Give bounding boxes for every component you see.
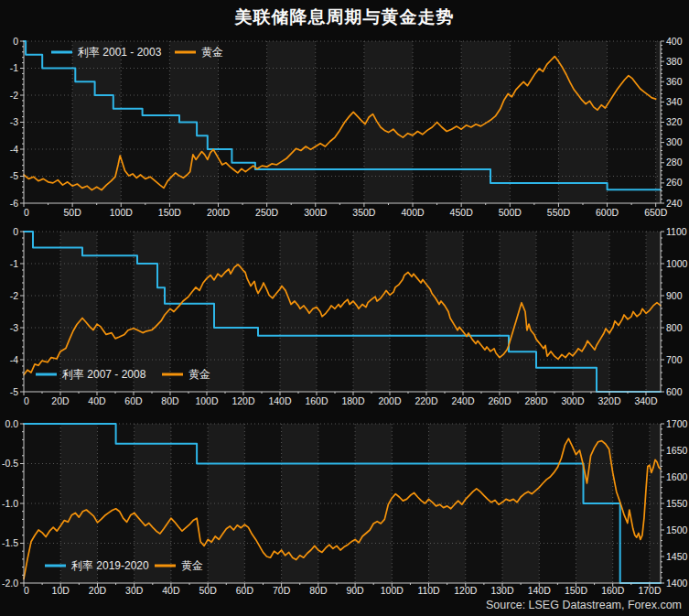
x-tick-label: 280D (524, 395, 548, 406)
x-tick-label: 200D (207, 207, 231, 218)
x-tick-label: 120D (231, 395, 255, 406)
y-left-tick-label: -5 (10, 170, 18, 181)
y-right-tick-label: 1600 (666, 471, 688, 482)
x-tick-label: 650D (644, 207, 668, 218)
x-axis: 010D20D30D40D50D60D70D80D90D100D110D120D… (24, 583, 662, 596)
x-tick-label: 160D (305, 395, 328, 406)
y-right-tick-label: 360 (666, 76, 683, 87)
x-tick-label: 0 (24, 395, 29, 406)
legend-label-rate: 利率 2019-2020 (70, 559, 149, 572)
legend-label-gold: 黄金 (201, 46, 223, 59)
y-left-tick-label: 0 (13, 36, 18, 47)
y-right-tick-label: 340 (666, 96, 683, 107)
x-tick-label: 40D (162, 585, 180, 596)
x-tick-label: 40D (88, 395, 106, 406)
x-tick-label: 170D (638, 585, 662, 596)
x-axis: 050D100D150D200D250D300D350D400D450D500D… (24, 203, 668, 218)
y-right-tick-label: 300 (666, 136, 683, 147)
x-tick-label: 30D (125, 585, 144, 596)
y-right-tick-label: 1100 (666, 226, 687, 237)
x-tick-label: 80D (161, 395, 179, 406)
y-right-tick-label: 1450 (666, 551, 688, 562)
x-tick-label: 60D (236, 585, 254, 596)
panel-2001-2003-chart: 0-1-2-3-4-5-6400380360340320300280260240… (0, 33, 689, 222)
x-tick-label: 400D (401, 207, 425, 218)
x-axis: 020D40D60D80D100D120D140D160D180D200D220… (24, 392, 658, 406)
panel-2007-2008-chart: 0-1-2-3-4-511001000900800700600020D40D60… (0, 222, 689, 415)
y-right-tick-label: 900 (666, 290, 683, 301)
x-tick-label: 240D (451, 395, 475, 406)
x-tick-label: 70D (273, 585, 291, 596)
x-tick-label: 60D (124, 395, 143, 406)
x-tick-label: 90D (346, 585, 364, 596)
y-left-tick-label: -1.0 (2, 498, 18, 509)
y-left-tick-label: -2.0 (2, 578, 18, 589)
x-tick-label: 100D (195, 395, 219, 406)
y-axis-left: 0-1-2-3-4-5 (10, 226, 24, 397)
y-right-tick-label: 800 (666, 322, 683, 333)
y-right-tick-label: 700 (666, 354, 683, 365)
x-tick-label: 50D (199, 585, 218, 596)
x-tick-label: 450D (450, 207, 474, 218)
y-axis-left: 0.0-0.5-1.0-1.5-2.0 (2, 418, 24, 589)
y-right-tick-label: 320 (666, 116, 683, 127)
x-tick-label: 100D (110, 207, 134, 218)
x-tick-label: 130D (490, 585, 514, 596)
x-tick-label: 600D (596, 207, 619, 218)
y-right-tick-label: 1500 (666, 524, 688, 535)
page-title: 美联储降息周期与黄金走势 (0, 0, 689, 33)
x-tick-label: 120D (454, 585, 478, 596)
y-left-tick-label: 0.0 (5, 418, 18, 429)
panel-2019-2020-chart: 0.0-0.5-1.0-1.5-2.0170016501600155015001… (0, 415, 689, 597)
x-tick-label: 350D (352, 207, 376, 218)
x-tick-label: 340D (634, 395, 658, 406)
y-left-tick-label: -1 (10, 258, 18, 269)
x-tick-label: 100D (381, 585, 404, 596)
x-tick-label: 140D (268, 395, 292, 406)
y-left-tick-label: -4 (10, 144, 18, 155)
x-tick-label: 50D (63, 207, 81, 218)
y-axis-right: 11001000900800700600 (661, 226, 688, 397)
x-tick-label: 10D (52, 585, 70, 596)
y-left-tick-label: -6 (10, 198, 18, 209)
x-tick-label: 500D (499, 207, 522, 218)
x-tick-label: 0 (24, 207, 29, 218)
y-right-tick-label: 240 (666, 198, 683, 209)
chart-page: 美联储降息周期与黄金走势 0-1-2-3-4-5-640038036034032… (0, 0, 689, 616)
x-tick-label: 200D (378, 395, 402, 406)
y-right-tick-label: 280 (666, 157, 683, 168)
y-right-tick-label: 1400 (666, 578, 688, 589)
y-left-tick-label: -3 (10, 322, 18, 333)
y-right-tick-label: 1650 (666, 445, 688, 456)
y-right-tick-label: 600 (666, 386, 683, 397)
y-left-tick-label: -2 (10, 290, 18, 301)
y-axis-right: 400380360340320300280260240 (661, 36, 683, 209)
legend-label-rate: 利率 2001 - 2003 (77, 46, 162, 59)
x-tick-label: 0 (24, 585, 29, 596)
legend-label-gold: 黄金 (188, 368, 210, 381)
legend-label-rate: 利率 2007 - 2008 (61, 368, 146, 381)
y-left-tick-label: -3 (10, 116, 18, 127)
y-left-tick-label: -1 (10, 62, 18, 73)
x-tick-label: 260D (488, 395, 511, 406)
y-right-tick-label: 1000 (666, 258, 688, 269)
y-left-tick-label: -5 (10, 386, 18, 397)
y-right-tick-label: 400 (666, 36, 683, 47)
x-tick-label: 250D (255, 207, 279, 218)
y-axis-right: 1700165016001550150014501400 (661, 418, 688, 589)
source-credit: Source: LSEG Datastream, Forex.com (0, 597, 689, 616)
x-tick-label: 80D (309, 585, 328, 596)
y-left-tick-label: -4 (10, 354, 18, 365)
y-right-tick-label: 380 (666, 56, 683, 67)
x-tick-label: 300D (304, 207, 328, 218)
y-right-tick-label: 1550 (666, 498, 688, 509)
x-tick-label: 300D (561, 395, 585, 406)
x-tick-label: 180D (341, 395, 365, 406)
x-tick-label: 320D (597, 395, 621, 406)
x-tick-label: 160D (601, 585, 625, 596)
y-right-tick-label: 260 (666, 177, 683, 188)
y-left-tick-label: -0.5 (2, 458, 18, 469)
x-tick-label: 220D (414, 395, 438, 406)
x-tick-label: 110D (417, 585, 440, 596)
y-left-tick-label: 0 (13, 226, 18, 237)
